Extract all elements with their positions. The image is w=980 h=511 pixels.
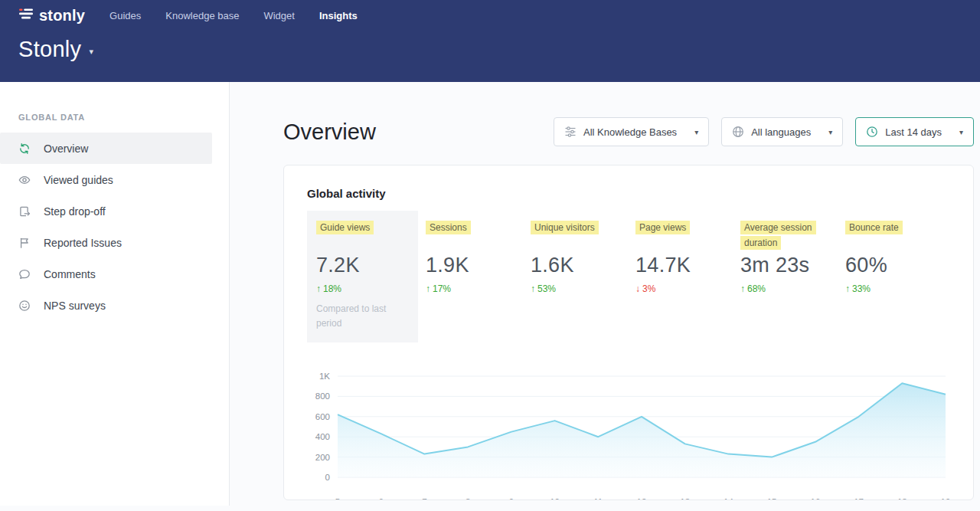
- title-row: Overview All Knowledge Bases ▾: [283, 117, 974, 146]
- sidebar-item-overview[interactable]: Overview: [0, 133, 212, 164]
- clock-icon: [866, 126, 878, 138]
- chevron-down-icon: ▾: [959, 128, 963, 136]
- metric-change: ↓ 3%: [635, 283, 740, 294]
- up-arrow-icon: ↑: [845, 283, 850, 294]
- date-range-filter-label: Last 14 days: [885, 126, 942, 138]
- sidebar-item-label: Comments: [44, 268, 96, 280]
- metric-note: Compared to last period: [316, 302, 402, 330]
- chart-x-label: 12: [637, 497, 647, 500]
- metric-label: Page views: [635, 221, 690, 234]
- up-arrow-icon: ↑: [316, 283, 321, 294]
- nav-item-widget[interactable]: Widget: [263, 10, 294, 21]
- sidebar-item-label: Reported Issues: [44, 237, 122, 249]
- nav-item-knowledge-base[interactable]: Knowledge base: [165, 10, 239, 21]
- chart-x-label: 10: [550, 497, 560, 500]
- chart-x-label: 6: [378, 497, 383, 500]
- metric-value: 14.7K: [635, 254, 740, 277]
- workspace-title[interactable]: Stonly: [18, 37, 81, 62]
- stonly-logo[interactable]: stonly: [18, 6, 85, 25]
- sidebar-item-label: Step drop-off: [44, 205, 106, 218]
- flag-icon: [18, 237, 31, 249]
- comment-bubble-icon: [18, 268, 31, 280]
- document-arrow-icon: [18, 205, 31, 218]
- filters: All Knowledge Bases ▾ All languages ▾: [554, 117, 974, 146]
- metric-change-value: 3%: [642, 283, 655, 294]
- metric-change-value: 18%: [323, 283, 341, 294]
- metric-value: 60%: [845, 254, 950, 277]
- metric-sessions: Sessions 1.9K ↑ 17%: [426, 220, 531, 294]
- metric-change-value: 68%: [747, 283, 766, 294]
- metric-label: Guide views: [316, 221, 374, 234]
- sliders-icon: [564, 126, 577, 138]
- top-header: stonly Guides Knowledge base Widget Insi…: [0, 0, 980, 82]
- sidebar-item-comments[interactable]: Comments: [0, 258, 212, 290]
- metric-change-value: 17%: [433, 283, 451, 294]
- workspace-caret-icon[interactable]: ▾: [89, 42, 93, 57]
- metric-page-views: Page views 14.7K ↓ 3%: [635, 220, 740, 294]
- chevron-down-icon: ▾: [828, 128, 832, 136]
- metric-value: 7.2K: [316, 254, 409, 277]
- metric-change: ↑ 68%: [740, 283, 845, 294]
- metric-label: Bounce rate: [845, 221, 903, 234]
- chart-y-label: 0: [325, 473, 330, 482]
- metric-change-value: 33%: [852, 283, 871, 294]
- knowledge-bases-filter-label: All Knowledge Bases: [583, 126, 677, 138]
- chevron-down-icon: ▾: [694, 128, 698, 136]
- chart-x-label: 17: [854, 497, 864, 500]
- chart-y-label: 200: [315, 453, 330, 462]
- chart-x-label: 14: [724, 497, 733, 500]
- metric-unique-visitors: Unique visitors 1.6K ↑ 53%: [531, 220, 635, 294]
- languages-filter[interactable]: All languages ▾: [721, 117, 843, 146]
- top-nav: stonly Guides Knowledge base Widget Insi…: [0, 0, 980, 31]
- globe-icon: [732, 126, 744, 138]
- chart-x-label: 5: [335, 497, 340, 500]
- chart-y-label: 800: [315, 392, 330, 401]
- up-arrow-icon: ↑: [426, 283, 430, 294]
- metric-change: ↑ 18%: [316, 283, 409, 294]
- sidebar-item-label: Overview: [44, 142, 88, 155]
- main-nav: Guides Knowledge base Widget Insights: [109, 10, 358, 21]
- main-content: Overview All Knowledge Bases ▾: [230, 82, 980, 506]
- date-range-filter[interactable]: Last 14 days ▾: [855, 117, 974, 146]
- chart-x-label: 8: [466, 497, 470, 500]
- chart-x-label: 16: [811, 497, 821, 500]
- sidebar-item-nps-surveys[interactable]: NPS surveys: [0, 290, 212, 321]
- stonly-logo-icon: [18, 6, 34, 25]
- sidebar-section-label: GLOBAL DATA: [0, 113, 229, 122]
- sync-icon: [18, 142, 31, 155]
- knowledge-bases-filter[interactable]: All Knowledge Bases ▾: [554, 117, 709, 146]
- sidebar-item-label: Viewed guides: [44, 174, 113, 186]
- chart-y-label: 1K: [319, 372, 330, 381]
- sidebar-item-reported-issues[interactable]: Reported Issues: [0, 227, 212, 258]
- card-title: Global activity: [307, 187, 950, 200]
- metric-value: 1.6K: [531, 254, 635, 277]
- chart-x-label: 7: [422, 497, 426, 500]
- workspace-title-row: Stonly ▾: [0, 31, 980, 82]
- metric-guide-views: Guide views 7.2K ↑ 18% Compared to last …: [307, 211, 418, 342]
- metric-change: ↑ 53%: [531, 283, 635, 294]
- metric-label: Unique visitors: [531, 221, 599, 234]
- sidebar-item-step-drop-off[interactable]: Step drop-off: [0, 195, 212, 227]
- smiley-icon: [18, 300, 31, 312]
- eye-icon: [18, 174, 31, 186]
- chart-y-label: 400: [315, 432, 330, 441]
- sidebar-list: Overview Viewed guides S: [0, 133, 229, 321]
- metric-label: Average session duration: [740, 221, 816, 250]
- chart-x-label: 19: [941, 497, 950, 500]
- sidebar-item-viewed-guides[interactable]: Viewed guides: [0, 164, 212, 195]
- chart-x-label: 13: [680, 497, 690, 500]
- metric-change: ↑ 33%: [845, 283, 950, 294]
- chart-x-label: 9: [509, 497, 514, 500]
- page-title: Overview: [283, 120, 376, 145]
- metric-label: Sessions: [426, 221, 471, 234]
- languages-filter-label: All languages: [751, 126, 811, 138]
- nav-item-insights[interactable]: Insights: [319, 10, 358, 21]
- metric-change: ↑ 17%: [426, 283, 531, 294]
- nav-item-guides[interactable]: Guides: [109, 10, 141, 21]
- activity-chart: 1K80060040020005678910111213141516171819: [307, 365, 950, 500]
- metric-value: 1.9K: [426, 254, 531, 277]
- metric-value: 3m 23s: [740, 254, 845, 277]
- chart-x-label: 18: [897, 497, 907, 500]
- chart-y-label: 600: [315, 412, 330, 421]
- activity-chart-svg: 1K80060040020005678910111213141516171819: [307, 365, 950, 500]
